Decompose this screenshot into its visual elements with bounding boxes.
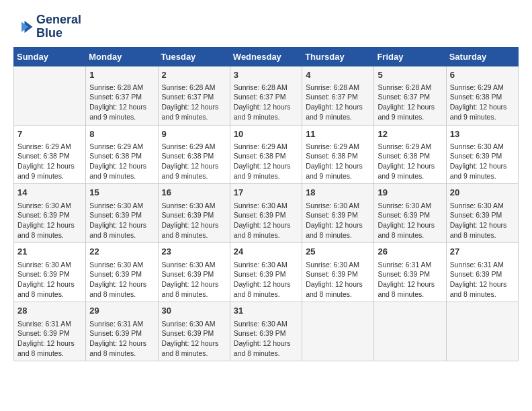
calendar-week-row: 1Sunrise: 6:28 AMSunset: 6:37 PMDaylight… [14,66,519,125]
day-info-text: Daylight: 12 hours [162,279,226,289]
day-info-text: Daylight: 12 hours [89,102,154,112]
day-number: 30 [162,305,226,317]
day-info-text: Sunset: 6:39 PM [450,151,515,161]
calendar-cell [374,302,446,361]
day-info-text: Sunrise: 6:31 AM [450,260,515,270]
day-info-text: and 9 minutes. [162,171,226,181]
day-info-text: Sunset: 6:37 PM [234,92,298,102]
day-info-text: Sunrise: 6:29 AM [306,142,370,152]
calendar-cell [14,66,86,125]
calendar-cell: 22Sunrise: 6:30 AMSunset: 6:39 PMDayligh… [86,243,158,302]
day-number: 20 [450,187,515,199]
calendar-week-row: 7Sunrise: 6:29 AMSunset: 6:38 PMDaylight… [14,125,519,184]
day-number: 12 [378,128,442,140]
day-info-text: Daylight: 12 hours [450,220,515,230]
day-info-text: Daylight: 12 hours [162,161,226,171]
day-number: 27 [450,246,515,258]
day-info-text: Sunset: 6:37 PM [378,92,442,102]
calendar-cell: 21Sunrise: 6:30 AMSunset: 6:39 PMDayligh… [14,243,86,302]
day-info-text: Sunset: 6:39 PM [17,210,82,220]
day-info-text: Sunrise: 6:29 AM [89,142,154,152]
day-info-text: Sunrise: 6:31 AM [17,319,82,329]
day-info-text: and 9 minutes. [17,171,82,181]
day-number: 15 [89,187,154,199]
day-info-text: Sunrise: 6:30 AM [306,260,370,270]
day-info-text: Sunset: 6:39 PM [306,210,370,220]
day-info-text: Daylight: 12 hours [234,161,298,171]
day-number: 10 [234,128,298,140]
day-info-text: Daylight: 12 hours [306,279,370,289]
day-info-text: Daylight: 12 hours [162,338,226,349]
day-info-text: Sunrise: 6:30 AM [89,201,154,211]
day-info-text: Sunrise: 6:30 AM [234,201,298,211]
day-info-text: Sunrise: 6:28 AM [234,83,298,93]
day-number: 18 [306,187,370,199]
day-info-text: Daylight: 12 hours [89,338,154,349]
day-info-text: and 8 minutes. [378,230,442,240]
header-day-monday: Monday [86,47,158,66]
day-number: 16 [162,187,226,199]
day-info-text: and 9 minutes. [89,171,154,181]
day-info-text: and 9 minutes. [234,171,298,181]
calendar-cell: 1Sunrise: 6:28 AMSunset: 6:37 PMDaylight… [86,66,158,125]
calendar-cell: 11Sunrise: 6:29 AMSunset: 6:38 PMDayligh… [302,125,374,184]
day-info-text: Sunrise: 6:30 AM [162,319,226,329]
day-info-text: Daylight: 12 hours [234,220,298,230]
day-info-text: Daylight: 12 hours [17,279,82,289]
day-info-text: Daylight: 12 hours [89,161,154,171]
day-info-text: Sunrise: 6:28 AM [89,83,154,93]
day-info-text: Sunset: 6:38 PM [234,151,298,161]
day-info-text: and 8 minutes. [162,349,226,359]
day-info-text: Sunset: 6:39 PM [89,328,154,338]
day-info-text: Sunrise: 6:30 AM [450,142,515,152]
day-number: 2 [162,69,226,81]
day-info-text: Sunset: 6:38 PM [89,151,154,161]
day-info-text: Sunrise: 6:30 AM [89,260,154,270]
day-number: 25 [306,246,370,258]
day-info-text: and 8 minutes. [89,230,154,240]
calendar-cell: 12Sunrise: 6:29 AMSunset: 6:38 PMDayligh… [374,125,446,184]
day-number: 9 [162,128,226,140]
day-info-text: Sunrise: 6:29 AM [162,142,226,152]
day-info-text: Sunset: 6:39 PM [234,210,298,220]
day-info-text: and 8 minutes. [450,230,515,240]
day-info-text: and 8 minutes. [17,349,82,359]
day-number: 28 [17,305,82,317]
day-info-text: Daylight: 12 hours [234,279,298,289]
day-info-text: and 8 minutes. [234,349,298,359]
day-info-text: and 8 minutes. [450,289,515,300]
day-info-text: Daylight: 12 hours [234,102,298,112]
header-day-tuesday: Tuesday [158,47,230,66]
calendar-cell: 8Sunrise: 6:29 AMSunset: 6:38 PMDaylight… [86,125,158,184]
day-info-text: Sunrise: 6:30 AM [450,201,515,211]
calendar-cell [446,302,518,361]
day-number: 7 [17,128,82,140]
calendar-cell: 14Sunrise: 6:30 AMSunset: 6:39 PMDayligh… [14,184,86,243]
day-info-text: and 8 minutes. [234,289,298,300]
day-info-text: and 8 minutes. [17,230,82,240]
calendar-table: SundayMondayTuesdayWednesdayThursdayFrid… [13,47,519,362]
calendar-cell: 19Sunrise: 6:30 AMSunset: 6:39 PMDayligh… [374,184,446,243]
calendar-week-row: 14Sunrise: 6:30 AMSunset: 6:39 PMDayligh… [14,184,519,243]
day-info-text: Sunrise: 6:29 AM [378,142,442,152]
day-info-text: Daylight: 12 hours [234,338,298,349]
day-info-text: and 8 minutes. [89,349,154,359]
calendar-cell: 25Sunrise: 6:30 AMSunset: 6:39 PMDayligh… [302,243,374,302]
day-number: 29 [89,305,154,317]
header-day-friday: Friday [374,47,446,66]
page-header: General Blue [13,13,519,40]
calendar-week-row: 21Sunrise: 6:30 AMSunset: 6:39 PMDayligh… [14,243,519,302]
day-info-text: Sunset: 6:39 PM [450,269,515,279]
calendar-cell: 5Sunrise: 6:28 AMSunset: 6:37 PMDaylight… [374,66,446,125]
day-number: 23 [162,246,226,258]
day-info-text: Daylight: 12 hours [306,220,370,230]
day-info-text: Sunrise: 6:30 AM [162,201,226,211]
day-info-text: Daylight: 12 hours [89,220,154,230]
day-info-text: Daylight: 12 hours [450,161,515,171]
day-info-text: Sunrise: 6:31 AM [89,319,154,329]
calendar-cell: 18Sunrise: 6:30 AMSunset: 6:39 PMDayligh… [302,184,374,243]
day-info-text: and 8 minutes. [234,230,298,240]
day-info-text: Daylight: 12 hours [378,161,442,171]
calendar-cell: 9Sunrise: 6:29 AMSunset: 6:38 PMDaylight… [158,125,230,184]
calendar-cell: 7Sunrise: 6:29 AMSunset: 6:38 PMDaylight… [14,125,86,184]
